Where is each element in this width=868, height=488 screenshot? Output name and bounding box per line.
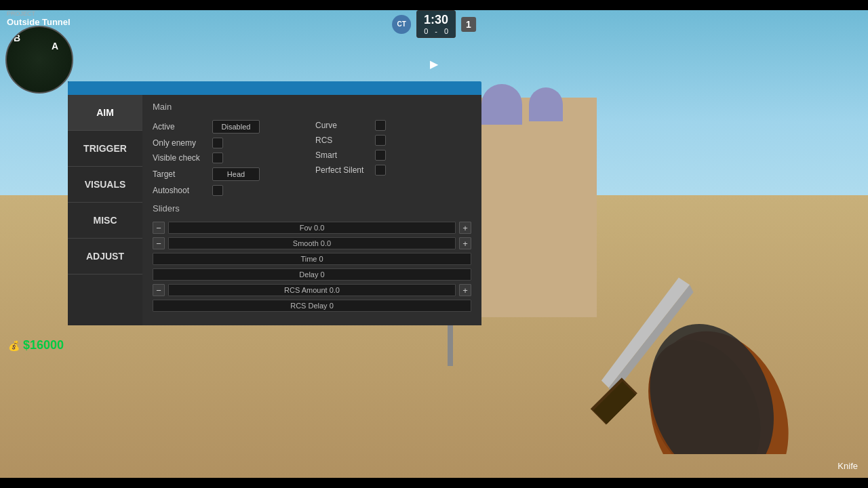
active-row: Active Disabled (153, 120, 309, 134)
score-left: 0 (424, 27, 428, 35)
fov-slider-row: − Fov 0.0 + (153, 222, 471, 234)
perfect-silent-checkbox[interactable] (375, 165, 386, 176)
money-value: $16000 (23, 338, 64, 352)
menu-sidebar: AIM TRIGGER VISUALS MISC ADJUST (68, 81, 142, 325)
visible-check-checkbox[interactable] (212, 152, 223, 163)
autoshoot-checkbox[interactable] (212, 185, 223, 196)
visible-check-label: Visible check (153, 153, 207, 163)
delay-bar[interactable]: Delay 0 (153, 268, 471, 281)
fov-slider-track[interactable]: Fov 0.0 (168, 222, 456, 234)
top-bar (0, 0, 868, 10)
sidebar-item-misc[interactable]: MISC (68, 203, 142, 239)
ct-icon: CT (392, 15, 411, 34)
sliders-section: Sliders − Fov 0.0 + − Smooth 0.0 + Time … (153, 203, 471, 312)
target-row: Target Head (153, 167, 309, 181)
fov-plus-button[interactable]: + (459, 222, 471, 234)
smooth-plus-button[interactable]: + (459, 237, 471, 249)
score-row: 0 - 0 (424, 27, 448, 35)
minimap-label-a: A (52, 41, 58, 52)
rcs-amount-minus-button[interactable]: − (153, 284, 165, 296)
rcs-amount-plus-button[interactable]: + (459, 284, 471, 296)
sidebar-item-aim[interactable]: AIM (68, 95, 142, 131)
knife-label: Knife (837, 461, 858, 471)
sidebar-item-visuals[interactable]: VISUALS (68, 167, 142, 203)
smart-checkbox[interactable] (375, 150, 386, 161)
bottom-bar (0, 478, 868, 488)
score-timer: 1:30 0 - 0 (416, 10, 456, 38)
rcs-amount-slider-track[interactable]: RCS Amount 0.0 (168, 284, 456, 296)
smooth-minus-button[interactable]: − (153, 237, 165, 249)
project-label: PROJECT (7, 10, 71, 17)
autoshoot-label: Autoshoot (153, 186, 207, 195)
dome-2 (529, 87, 563, 121)
minimap: B A (5, 26, 73, 94)
active-label: Active (153, 122, 207, 131)
smart-row: Smart (315, 150, 471, 161)
sidebar-item-adjust[interactable]: ADJUST (68, 239, 142, 274)
dome-building (461, 98, 597, 317)
fov-minus-button[interactable]: − (153, 222, 165, 234)
round-badge: 1 (461, 17, 476, 32)
money-display: 💰 $16000 (8, 338, 64, 352)
timer-box: CT 1:30 0 - 0 1 (392, 10, 476, 38)
visible-check-row: Visible check (153, 152, 309, 163)
smooth-slider-track[interactable]: Smooth 0.0 (168, 237, 456, 249)
curve-label: Curve (315, 121, 370, 130)
rcs-row: RCS (315, 135, 471, 146)
only-enemy-label: Only enemy (153, 138, 207, 148)
rcs-label: RCS (315, 136, 370, 145)
settings-grid: Active Disabled Only enemy Visible check… (153, 120, 471, 200)
time-bar[interactable]: Time 0 (153, 253, 471, 265)
settings-left-col: Active Disabled Only enemy Visible check… (153, 120, 309, 200)
score-sep: - (435, 27, 437, 35)
target-label: Target (153, 169, 207, 179)
cheat-menu: AIM TRIGGER VISUALS MISC ADJUST Main Act… (68, 81, 481, 325)
rcs-amount-slider-row: − RCS Amount 0.0 + (153, 284, 471, 296)
map-info: PROJECT Outside Tunnel (7, 10, 71, 27)
menu-content: Main Active Disabled Only enemy Visible … (142, 95, 481, 325)
only-enemy-checkbox[interactable] (212, 138, 223, 148)
smooth-slider-row: − Smooth 0.0 + (153, 237, 471, 249)
perfect-silent-row: Perfect Silent (315, 165, 471, 176)
timer-text: 1:30 (424, 13, 448, 27)
target-button[interactable]: Head (212, 167, 260, 181)
money-icon: 💰 (8, 340, 20, 351)
rcs-checkbox[interactable] (375, 135, 386, 146)
minimap-label-b: B (14, 33, 20, 43)
score-right: 0 (444, 27, 448, 35)
menu-title-bar[interactable] (68, 81, 481, 95)
main-section-title: Main (153, 102, 471, 112)
dome-1 (481, 84, 522, 125)
autoshoot-row: Autoshoot (153, 185, 309, 196)
sidebar-item-trigger[interactable]: TRIGGER (68, 131, 142, 167)
smart-label: Smart (315, 150, 370, 160)
active-button[interactable]: Disabled (212, 120, 260, 134)
sliders-section-title: Sliders (153, 203, 471, 214)
curve-row: Curve (315, 120, 471, 131)
rcs-delay-bar[interactable]: RCS Delay 0 (153, 300, 471, 312)
settings-right-col: Curve RCS Smart Perfect Silent (315, 120, 471, 200)
curve-checkbox[interactable] (375, 120, 386, 131)
only-enemy-row: Only enemy (153, 138, 309, 148)
perfect-silent-label: Perfect Silent (315, 165, 370, 175)
